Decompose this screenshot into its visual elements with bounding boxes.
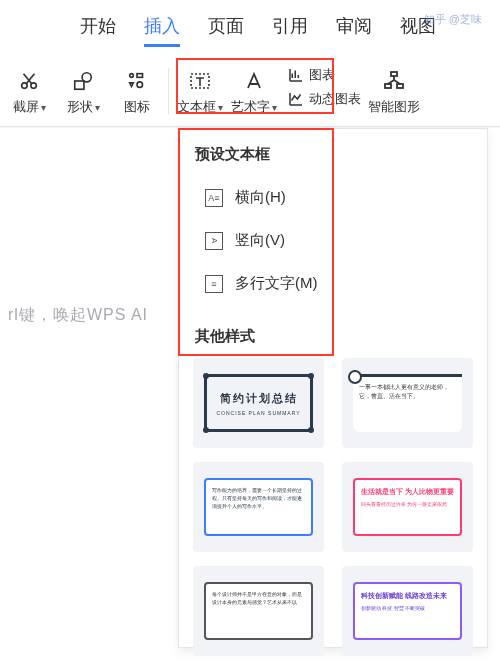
style-card-6[interactable]: 科技创新赋能 线路改造未来 创新驱动 科技 智慧 不断突破 xyxy=(342,566,473,656)
textbox-label: 文本框 xyxy=(177,98,223,116)
ribbon-toolbar: 截屏 形状 图标 文本框 xyxy=(0,56,500,127)
tab-review[interactable]: 审阅 xyxy=(336,14,372,47)
vertical-label: 竖向(V) xyxy=(235,231,285,250)
camera-watermark: MEIZU 16th AI DUAL CAMERA xyxy=(14,629,104,657)
vertical-icon: A xyxy=(205,232,223,250)
chart-label: 图表 xyxy=(309,66,335,84)
dropdown-header: 预设文本框 xyxy=(179,137,487,176)
style-card-3[interactable]: 写作能力的培养，需要一个长期坚持的过程。只有坚持每天的写作和阅读，才能逐渐提升个… xyxy=(193,462,324,552)
icons-label: 图标 xyxy=(124,98,150,116)
zhihu-watermark: 知乎 @芝味 xyxy=(424,12,482,27)
ai-hint-text: rl键，唤起WPS AI xyxy=(8,305,148,326)
watermark-sub: AI DUAL CAMERA xyxy=(14,647,104,657)
horizontal-icon: A≡ xyxy=(205,189,223,207)
multiline-label: 多行文字(M) xyxy=(235,274,318,293)
chart-button[interactable]: 图表 xyxy=(287,66,361,84)
animchart-icon xyxy=(287,90,305,108)
chart-group: 图表 动态图表 xyxy=(281,66,367,108)
svg-rect-9 xyxy=(385,84,391,88)
icons-button[interactable]: 图标 xyxy=(110,66,164,116)
svg-rect-8 xyxy=(391,72,397,76)
shapes-button[interactable]: 形状 xyxy=(56,66,110,116)
smartart-label: 智能图形 xyxy=(368,98,420,116)
multiline-icon: ≡ xyxy=(205,275,223,293)
icons-icon xyxy=(124,68,150,94)
svg-point-4 xyxy=(130,74,134,78)
textbox-horizontal-option[interactable]: A≡ 横向(H) xyxy=(179,176,487,219)
style-card-5[interactable]: 每个设计师并不是甲方在意的对象，而是设计本身的元素与感觉？艺术从来不以 xyxy=(193,566,324,656)
horizontal-label: 横向(H) xyxy=(235,188,286,207)
smartart-button[interactable]: 智能图形 xyxy=(367,66,421,116)
svg-point-6 xyxy=(137,82,143,88)
textbox-vertical-option[interactable]: A 竖向(V) xyxy=(179,219,487,262)
svg-rect-3 xyxy=(75,81,84,89)
textbox-button[interactable]: 文本框 xyxy=(173,66,227,116)
scissors-icon xyxy=(16,68,42,94)
animchart-label: 动态图表 xyxy=(309,90,361,108)
tab-insert[interactable]: 插入 xyxy=(144,14,180,47)
wordart-label: 艺术字 xyxy=(231,98,277,116)
textbox-multiline-option[interactable]: ≡ 多行文字(M) xyxy=(179,262,487,305)
ribbon-tabs: 开始 插入 页面 引用 审阅 视图 xyxy=(0,0,500,56)
divider xyxy=(168,68,169,114)
style-gallery: 简约计划总结 CONCISE PLAN SUMMARY 一事一本都比人更有意义的… xyxy=(179,358,487,656)
smartart-icon xyxy=(381,68,407,94)
tab-reference[interactable]: 引用 xyxy=(272,14,308,47)
tab-start[interactable]: 开始 xyxy=(80,14,116,47)
other-styles-header: 其他样式 xyxy=(179,305,487,358)
animchart-button[interactable]: 动态图表 xyxy=(287,90,361,108)
textbox-dropdown: 预设文本框 A≡ 横向(H) A 竖向(V) ≡ 多行文字(M) 其他样式 简约… xyxy=(178,128,488,648)
tab-page[interactable]: 页面 xyxy=(208,14,244,47)
style-card-4[interactable]: 生活就是当下 为人比物更重要 回头看看经历过许多 为何一路走来依然 xyxy=(342,462,473,552)
chart-icon xyxy=(287,66,305,84)
screenshot-label: 截屏 xyxy=(13,98,46,116)
textbox-icon xyxy=(187,68,213,94)
svg-rect-5 xyxy=(137,74,143,78)
screenshot-button[interactable]: 截屏 xyxy=(2,66,56,116)
wordart-icon xyxy=(241,68,267,94)
style-card-1[interactable]: 简约计划总结 CONCISE PLAN SUMMARY xyxy=(193,358,324,448)
watermark-brand: MEIZU 16th xyxy=(14,629,104,647)
svg-rect-10 xyxy=(397,84,403,88)
style-card-2[interactable]: 一事一本都比人更有意义的老师，它，曾直、活在当下。 xyxy=(342,358,473,448)
shapes-icon xyxy=(70,68,96,94)
shapes-label: 形状 xyxy=(67,98,100,116)
wordart-button[interactable]: 艺术字 xyxy=(227,66,281,116)
